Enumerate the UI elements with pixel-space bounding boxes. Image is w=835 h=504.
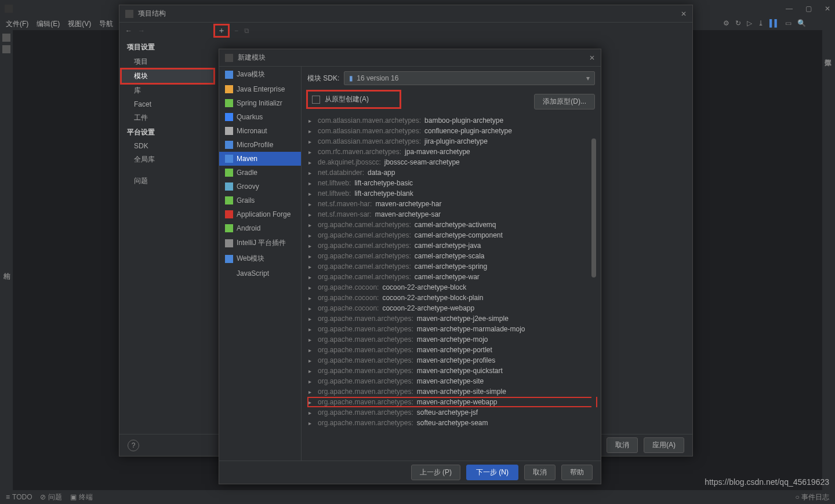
search-icon[interactable]: 🔍 bbox=[797, 19, 806, 27]
terminal-tab[interactable]: ▣ 终端 bbox=[70, 492, 93, 502]
archetype-item[interactable]: ▸org.apache.camel.archetypes:camel-arche… bbox=[307, 251, 597, 261]
add-archetype-button[interactable]: 添加原型(D)... bbox=[534, 94, 595, 109]
archetype-item[interactable]: ▸org.apache.camel.archetypes:camel-arche… bbox=[307, 272, 597, 282]
generator-item[interactable]: Grails bbox=[219, 193, 301, 207]
archetype-item[interactable]: ▸org.apache.maven.archetypes:maven-arche… bbox=[307, 345, 597, 355]
sidebar-item[interactable]: 全局库 bbox=[121, 152, 214, 167]
sidebar-item[interactable]: Facet bbox=[121, 98, 214, 111]
problems-item[interactable]: 问题 bbox=[121, 174, 214, 188]
generator-icon bbox=[225, 224, 233, 232]
generator-item[interactable]: Java模块 bbox=[219, 67, 301, 82]
todo-tab[interactable]: ≡ TODO bbox=[6, 493, 32, 501]
eventlog-tab[interactable]: ○ 事件日志 bbox=[795, 492, 829, 502]
archetype-item[interactable]: ▸org.apache.maven.archetypes:softeu-arch… bbox=[307, 407, 597, 418]
archetype-group: com.atlassian.maven.archetypes: bbox=[318, 127, 421, 135]
archetype-item[interactable]: ▸com.atlassian.maven.archetypes:confluen… bbox=[307, 126, 597, 136]
archetype-item[interactable]: ▸net.sf.maven-har:maven-archetype-har bbox=[307, 199, 597, 209]
sidebar-item[interactable]: 模块 bbox=[121, 69, 214, 83]
generator-item[interactable]: IntelliJ 平台插件 bbox=[219, 235, 301, 251]
generator-item[interactable]: Groovy bbox=[219, 180, 301, 193]
help-button[interactable]: 帮助 bbox=[561, 465, 593, 480]
proj-icon[interactable]: ▌▌ bbox=[769, 19, 779, 27]
archetype-item[interactable]: ▸org.apache.camel.archetypes:camel-arche… bbox=[307, 220, 597, 230]
archetype-item[interactable]: ▸com.atlassian.maven.archetypes:jira-plu… bbox=[307, 136, 597, 147]
project-icon[interactable] bbox=[2, 34, 10, 42]
toolbar-right: ⚙ ↻ ▷ ⤓ ▌▌ ▭ 🔍 bbox=[723, 19, 806, 27]
copy-icon[interactable]: ⧉ bbox=[244, 27, 249, 35]
sidebar-item[interactable]: 项目 bbox=[121, 54, 214, 69]
archetype-item[interactable]: ▸org.apache.camel.archetypes:camel-arche… bbox=[307, 230, 597, 240]
archetype-item[interactable]: ▸org.apache.maven.archetypes:maven-arche… bbox=[307, 397, 597, 407]
minimize-icon[interactable]: — bbox=[786, 5, 793, 13]
archetype-item[interactable]: ▸de.akquinet.jbosscc:jbosscc-seam-archet… bbox=[307, 157, 597, 167]
archetype-item[interactable]: ▸org.apache.maven.archetypes:maven-arche… bbox=[307, 313, 597, 324]
close-icon[interactable]: ✕ bbox=[825, 5, 830, 13]
archetype-group: org.apache.maven.archetypes: bbox=[318, 325, 413, 333]
generator-item[interactable]: Java Enterprise bbox=[219, 82, 301, 96]
archetype-item[interactable]: ▸net.databinder:data-app bbox=[307, 167, 597, 178]
cancel-button[interactable]: 取消 bbox=[524, 465, 556, 480]
generator-item[interactable]: Maven bbox=[219, 152, 301, 166]
archetype-item[interactable]: ▸net.liftweb:lift-archetype-blank bbox=[307, 188, 597, 199]
archetype-item[interactable]: ▸org.apache.maven.archetypes:maven-arche… bbox=[307, 366, 597, 376]
cancel-button[interactable]: 取消 bbox=[607, 437, 638, 453]
back-icon[interactable]: ← bbox=[125, 27, 132, 35]
prev-button[interactable]: 上一步 (P) bbox=[411, 465, 460, 480]
archetype-list[interactable]: ▸com.atlassian.maven.archetypes:bamboo-p… bbox=[307, 115, 597, 461]
run-icon[interactable]: ▷ bbox=[747, 19, 752, 27]
screen-icon[interactable]: ▭ bbox=[785, 19, 792, 27]
archetype-item[interactable]: ▸com.rfc.maven.archetypes:jpa-maven-arch… bbox=[307, 147, 597, 157]
menu-item[interactable]: 视图(V) bbox=[68, 19, 91, 29]
generator-item[interactable]: MicroProfile bbox=[219, 138, 301, 152]
archetype-item[interactable]: ▸net.sf.maven-sar:maven-archetype-sar bbox=[307, 209, 597, 220]
sync-icon[interactable]: ↻ bbox=[735, 19, 741, 27]
scrollbar-thumb[interactable] bbox=[591, 138, 596, 277]
archetype-item[interactable]: ▸org.apache.camel.archetypes:camel-arche… bbox=[307, 261, 597, 272]
archetype-id: camel-archetype-component bbox=[415, 231, 503, 239]
build-icon[interactable]: ⚙ bbox=[723, 19, 729, 27]
maximize-icon[interactable]: ▢ bbox=[805, 5, 812, 13]
archetype-item[interactable]: ▸com.atlassian.maven.archetypes:bamboo-p… bbox=[307, 115, 597, 126]
archetype-item[interactable]: ▸net.liftweb:lift-archetype-basic bbox=[307, 178, 597, 188]
sdk-combobox[interactable]: ▮ 16 version 16 ▾ bbox=[344, 71, 595, 85]
generator-icon bbox=[225, 99, 233, 107]
remove-button[interactable]: − bbox=[234, 27, 238, 35]
archetype-item[interactable]: ▸org.apache.cocoon:cocoon-22-archetype-b… bbox=[307, 282, 597, 293]
archetype-item[interactable]: ▸org.apache.cocoon:cocoon-22-archetype-w… bbox=[307, 303, 597, 313]
apply-button[interactable]: 应用(A) bbox=[644, 437, 684, 453]
structure-icon[interactable] bbox=[2, 45, 10, 53]
close-icon[interactable]: ✕ bbox=[589, 54, 595, 62]
generator-item[interactable]: JavaScript bbox=[219, 266, 301, 280]
generator-item[interactable]: Micronaut bbox=[219, 124, 301, 138]
sidebar-item[interactable]: 工件 bbox=[121, 111, 214, 125]
archetype-item[interactable]: ▸org.apache.maven.archetypes:maven-arche… bbox=[307, 386, 597, 397]
forward-icon[interactable]: → bbox=[138, 27, 145, 35]
archetype-item[interactable]: ▸org.apache.maven.archetypes:maven-arche… bbox=[307, 376, 597, 386]
close-icon[interactable]: ✕ bbox=[681, 10, 687, 18]
step-icon[interactable]: ⤓ bbox=[758, 19, 764, 27]
problems-tab[interactable]: ⊘ 问题 bbox=[40, 492, 62, 502]
archetype-item[interactable]: ▸org.apache.maven.archetypes:maven-arche… bbox=[307, 324, 597, 334]
menu-item[interactable]: 导航 bbox=[99, 19, 113, 29]
archetype-item[interactable]: ▸org.apache.maven.archetypes:softeu-arch… bbox=[307, 418, 597, 428]
generator-label: Application Forge bbox=[237, 210, 291, 218]
generator-item[interactable]: Web模块 bbox=[219, 251, 301, 266]
help-icon[interactable]: ? bbox=[128, 440, 139, 451]
menu-item[interactable]: 文件(F) bbox=[6, 19, 28, 29]
menu-item[interactable]: 编辑(E) bbox=[37, 19, 60, 29]
generator-item[interactable]: Spring Initializr bbox=[219, 96, 301, 110]
generator-item[interactable]: Application Forge bbox=[219, 207, 301, 221]
expand-icon: ▸ bbox=[308, 128, 314, 134]
sidebar-item[interactable]: 库 bbox=[121, 83, 214, 98]
generator-icon bbox=[225, 182, 233, 191]
archetype-item[interactable]: ▸org.apache.maven.archetypes:maven-arche… bbox=[307, 355, 597, 366]
generator-item[interactable]: Gradle bbox=[219, 166, 301, 180]
sidebar-item[interactable]: SDK bbox=[121, 140, 214, 152]
generator-item[interactable]: Quarkus bbox=[219, 110, 301, 124]
next-button[interactable]: 下一步 (N) bbox=[466, 465, 518, 480]
generator-item[interactable]: Android bbox=[219, 221, 301, 235]
add-button[interactable]: ＋ bbox=[215, 25, 228, 36]
archetype-item[interactable]: ▸org.apache.cocoon:cocoon-22-archetype-b… bbox=[307, 293, 597, 303]
archetype-item[interactable]: ▸org.apache.camel.archetypes:camel-arche… bbox=[307, 240, 597, 251]
archetype-item[interactable]: ▸org.apache.maven.archetypes:maven-arche… bbox=[307, 334, 597, 345]
